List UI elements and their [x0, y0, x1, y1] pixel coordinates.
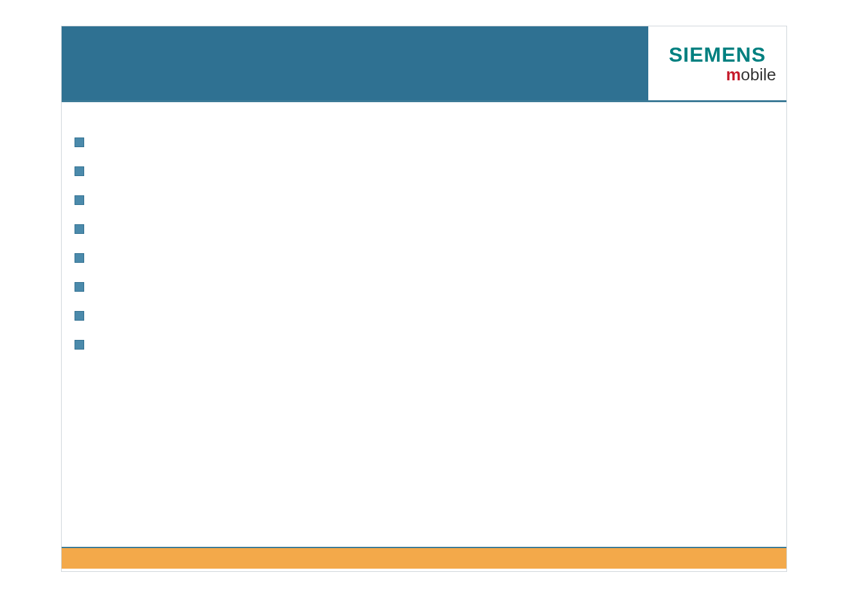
- list-item: [75, 272, 767, 301]
- square-bullet-icon: [75, 253, 84, 263]
- footer: [62, 547, 786, 571]
- brand-subline: mobile: [726, 66, 776, 83]
- square-bullet-icon: [75, 166, 84, 176]
- square-bullet-icon: [75, 282, 84, 292]
- brand-sub-rest: obile: [741, 65, 776, 84]
- bullet-list: [75, 128, 767, 359]
- slide: SIEMENS mobile: [61, 26, 787, 572]
- square-bullet-icon: [75, 138, 84, 147]
- list-item: [75, 186, 767, 215]
- brand-wordmark: SIEMENS: [669, 44, 766, 65]
- list-item: [75, 157, 767, 186]
- square-bullet-icon: [75, 340, 84, 350]
- list-item: [75, 244, 767, 272]
- list-item: [75, 301, 767, 330]
- brand-sub-m: m: [726, 65, 741, 84]
- header: SIEMENS mobile: [62, 26, 786, 102]
- list-item: [75, 215, 767, 244]
- content-area: [62, 102, 786, 366]
- header-title-area: [62, 26, 648, 100]
- footer-accent-bar: [62, 547, 786, 569]
- square-bullet-icon: [75, 311, 84, 321]
- logo-box: SIEMENS mobile: [648, 26, 786, 100]
- square-bullet-icon: [75, 195, 84, 205]
- square-bullet-icon: [75, 224, 84, 234]
- list-item: [75, 330, 767, 359]
- list-item: [75, 128, 767, 157]
